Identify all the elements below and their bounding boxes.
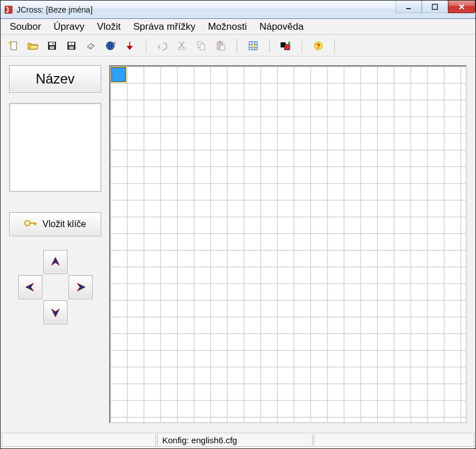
undo-icon[interactable] [154,38,170,54]
svg-rect-19 [219,41,221,43]
title-button[interactable]: Název [9,65,101,93]
svg-rect-22 [252,45,255,47]
svg-rect-20 [220,45,225,50]
svg-rect-10 [69,46,74,49]
svg-point-3 [9,42,10,43]
maximize-button[interactable] [422,1,448,13]
insert-keys-label: Vložit klíče [42,219,86,229]
svg-point-14 [178,47,181,50]
svg-text:?: ? [70,42,73,46]
sidebar: Název Vložit klíče [1,57,107,431]
statusbar: Konfig: english6.cfg [1,432,475,448]
preview-box[interactable] [9,103,101,192]
key-icon [24,218,38,231]
grid-container [107,57,475,431]
arrow-down-button[interactable] [43,300,67,324]
title-button-label: Název [35,71,74,87]
menu-upravy[interactable]: Úpravy [48,19,90,34]
menu-napoveda[interactable]: Nápověda [254,19,310,34]
paste-icon[interactable] [213,38,229,54]
svg-rect-1 [433,4,438,9]
status-center: Konfig: english6.cfg [157,434,313,447]
menu-vlozit[interactable]: Vložit [91,19,127,34]
svg-rect-17 [200,44,205,50]
window-controls [395,1,475,18]
menu-soubor[interactable]: Soubor [4,19,47,34]
arrow-up-button[interactable] [43,250,67,274]
cut-icon[interactable] [174,38,190,54]
color-pair-icon[interactable] [278,38,294,54]
toolbar-separator [334,39,335,53]
open-folder-icon[interactable] [25,38,41,54]
status-right [314,434,474,447]
grid-lines [110,66,466,422]
arrow-right-button[interactable] [69,275,93,299]
status-left [2,434,156,447]
toolbar: ? 6 [1,35,475,57]
menubar: Soubor Úpravy Vložit Správa mřížky Možno… [1,19,475,35]
copy-icon[interactable] [193,38,209,54]
svg-rect-24 [285,45,290,50]
save-icon[interactable] [44,38,60,54]
help-icon[interactable]: ? [310,38,326,54]
toolbar-separator [146,39,146,53]
new-file-icon[interactable] [5,38,21,54]
grid-tool-icon[interactable] [245,38,261,54]
menu-sprava[interactable]: Správa mřížky [127,19,201,34]
arrow-left-button[interactable] [18,275,42,299]
menu-moznosti[interactable]: Možnosti [202,19,253,34]
arrow-down-icon[interactable] [122,38,138,54]
svg-point-25 [288,42,290,44]
web-icon[interactable]: 6 [102,38,118,54]
svg-rect-7 [53,43,54,45]
direction-pad [9,250,101,324]
toolbar-separator [269,39,270,53]
svg-text:?: ? [316,42,321,50]
insert-keys-button[interactable]: Vložit klíče [9,212,101,236]
svg-rect-6 [50,46,54,49]
app-icon [4,5,13,14]
minimize-button[interactable] [395,1,422,13]
svg-text:6: 6 [114,41,116,45]
toolbar-separator [237,39,237,53]
save-as-icon[interactable]: ? [63,38,79,54]
titlebar: JCross: [Beze jména] [1,1,475,19]
application-window: JCross: [Beze jména] Soubor Úpravy Vloži… [0,0,476,449]
workarea: Název Vložit klíče [1,57,475,431]
toolbar-separator [302,39,302,53]
svg-rect-2 [11,42,17,50]
grid-cursor-cell[interactable] [111,67,126,82]
eraser-icon[interactable] [83,38,99,54]
svg-rect-5 [49,42,55,45]
svg-point-15 [183,47,186,50]
crossword-grid[interactable] [109,65,467,423]
close-button[interactable] [448,1,475,13]
window-title: JCross: [Beze jména] [17,5,93,14]
svg-point-28 [25,221,30,226]
